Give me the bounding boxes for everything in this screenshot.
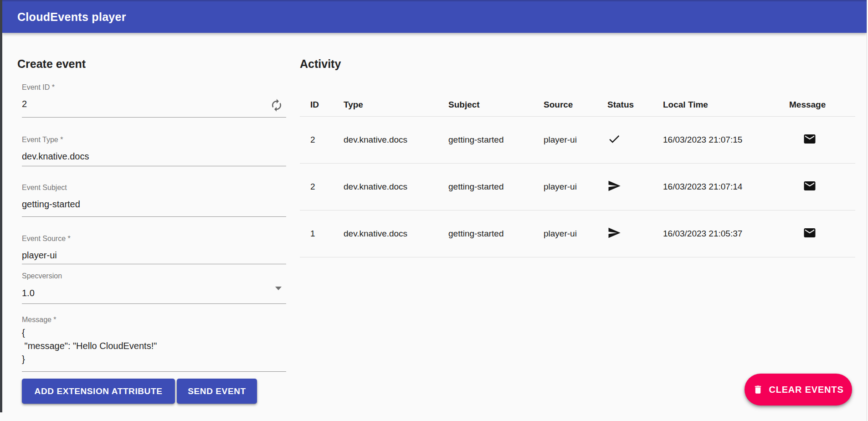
table-row: 2 dev.knative.docs getting-started playe… <box>300 117 855 164</box>
event-subject-label: Event Subject <box>22 183 286 192</box>
cell-type: dev.knative.docs <box>344 182 448 192</box>
cell-id: 1 <box>300 229 344 239</box>
app-bar: CloudEvents player <box>2 0 867 33</box>
cell-subject: getting-started <box>448 229 544 239</box>
col-header-source: Source <box>544 99 607 110</box>
clear-events-button[interactable]: CLEAR EVENTS <box>745 374 852 406</box>
specversion-field[interactable]: Specversion 1.0 <box>22 272 286 304</box>
window-left-edge <box>0 0 2 412</box>
cell-id: 2 <box>300 182 344 192</box>
col-header-message: Message <box>789 99 855 110</box>
event-id-input[interactable] <box>22 98 286 110</box>
app-title: CloudEvents player <box>17 10 126 24</box>
specversion-select[interactable]: 1.0 <box>22 287 286 299</box>
message-textarea[interactable]: { "message": "Hello CloudEvents!" } <box>22 326 286 368</box>
cell-subject: getting-started <box>448 135 544 145</box>
activity-table-header: ID Type Subject Source Status Local Time… <box>300 99 855 117</box>
add-extension-attribute-button[interactable]: ADD EXTENSION ATTRIBUTE <box>22 379 175 404</box>
table-row: 2 dev.knative.docs getting-started playe… <box>300 164 855 210</box>
form-actions: ADD EXTENSION ATTRIBUTE SEND EVENT <box>22 379 286 404</box>
event-subject-field: Event Subject <box>22 183 286 217</box>
specversion-label: Specversion <box>22 272 286 281</box>
event-source-label: Event Source * <box>22 234 286 243</box>
cell-type: dev.knative.docs <box>344 135 448 145</box>
cell-type: dev.knative.docs <box>344 229 448 239</box>
email-icon[interactable] <box>789 179 855 195</box>
message-label: Message * <box>22 315 286 324</box>
activity-panel: Activity ID Type Subject Source Status L… <box>300 33 855 257</box>
table-row: 1 dev.knative.docs getting-started playe… <box>300 210 855 257</box>
message-field: Message * { "message": "Hello CloudEvent… <box>22 315 286 372</box>
cell-subject: getting-started <box>448 182 544 192</box>
col-header-status: Status <box>607 99 663 110</box>
activity-heading: Activity <box>300 56 855 72</box>
event-source-field: Event Source * <box>22 234 286 264</box>
send-icon <box>607 179 663 195</box>
cloudevents-player-page: CloudEvents player Create event Event ID… <box>0 0 868 421</box>
send-icon <box>607 226 663 242</box>
event-type-label: Event Type * <box>22 135 286 144</box>
col-header-local-time: Local Time <box>663 99 789 110</box>
cell-local-time: 16/03/2023 21:05:37 <box>663 229 789 239</box>
col-header-type: Type <box>344 99 448 110</box>
create-event-heading: Create event <box>17 56 288 72</box>
event-type-input[interactable] <box>22 150 286 163</box>
send-event-button[interactable]: SEND EVENT <box>177 379 257 404</box>
event-id-label: Event ID * <box>22 83 286 92</box>
create-event-panel: Create event Event ID * Event Type * Eve… <box>17 33 288 404</box>
clear-events-label: CLEAR EVENTS <box>769 385 843 395</box>
trash-icon <box>753 384 763 395</box>
cell-source: player-ui <box>544 135 607 145</box>
event-id-field: Event ID * <box>22 83 286 118</box>
event-subject-input[interactable] <box>22 198 286 210</box>
cell-source: player-ui <box>544 229 607 239</box>
email-icon[interactable] <box>789 132 855 148</box>
create-event-form: Event ID * Event Type * Event Subject Ev… <box>22 83 286 404</box>
col-header-id: ID <box>300 99 344 110</box>
cell-local-time: 16/03/2023 21:07:14 <box>663 182 789 192</box>
cell-local-time: 16/03/2023 21:07:15 <box>663 135 789 145</box>
autorenew-icon[interactable] <box>270 98 284 113</box>
event-source-input[interactable] <box>22 249 286 262</box>
col-header-subject: Subject <box>448 99 544 110</box>
event-type-field: Event Type * <box>22 135 286 166</box>
email-icon[interactable] <box>789 226 855 242</box>
cell-source: player-ui <box>544 182 607 192</box>
check-icon <box>607 132 663 148</box>
dropdown-caret-icon <box>275 287 282 290</box>
cell-id: 2 <box>300 135 344 145</box>
